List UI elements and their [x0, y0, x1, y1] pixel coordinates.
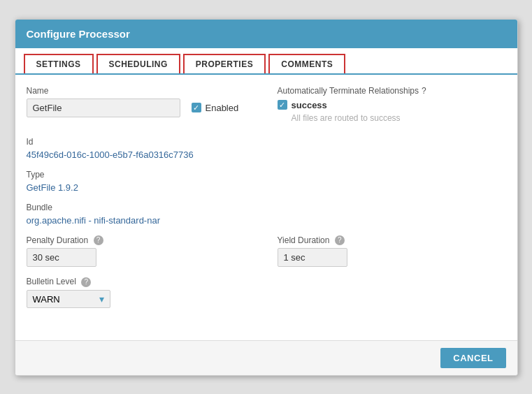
id-label: Id: [27, 137, 506, 147]
bundle-label: Bundle: [27, 203, 506, 212]
bulletin-help-icon[interactable]: ?: [81, 277, 91, 287]
bulletin-section: Bulletin Level ? WARN ▾: [27, 277, 506, 308]
type-label: Type: [27, 170, 506, 180]
dialog-footer: CANCEL: [15, 340, 517, 375]
cancel-button[interactable]: CANCEL: [440, 348, 505, 368]
success-text: success: [292, 100, 327, 110]
bundle-value: org.apache.nifi - nifi-standard-nar: [27, 215, 506, 226]
tab-settings[interactable]: SETTINGS: [24, 54, 94, 73]
name-enabled-row: ✓ Enabled: [27, 98, 255, 117]
settings-content: Name ✓ Enabled Automatically Terminate R…: [15, 75, 517, 340]
id-value: 45f49c6d-016c-1000-e5b7-f6a0316c7736: [27, 149, 506, 160]
configure-processor-dialog: Configure Processor SETTINGS SCHEDULING …: [15, 19, 518, 376]
yield-input[interactable]: [278, 248, 347, 267]
title-text: Configure Processor: [27, 28, 130, 40]
success-checkbox[interactable]: ✓: [278, 100, 287, 110]
auto-terminate-label: Automatically Terminate Relationships ?: [278, 86, 506, 96]
penalty-label: Penalty Duration ?: [27, 235, 255, 246]
id-section: Id 45f49c6d-016c-1000-e5b7-f6a0316c7736: [27, 137, 506, 160]
penalty-group: Penalty Duration ?: [27, 235, 255, 268]
penalty-help-icon[interactable]: ?: [94, 235, 103, 245]
yield-label: Yield Duration ?: [278, 235, 506, 246]
name-label: Name: [27, 86, 255, 96]
yield-help-icon[interactable]: ?: [335, 235, 345, 245]
bulletin-value: WARN: [33, 294, 60, 305]
name-input[interactable]: [27, 98, 180, 117]
success-row: ✓ success: [278, 100, 506, 110]
enabled-label: ✓ Enabled: [192, 103, 239, 113]
routed-text: All files are routed to success: [292, 113, 506, 123]
auto-terminate-panel: Automatically Terminate Relationships ? …: [278, 86, 506, 127]
bulletin-label: Bulletin Level ?: [27, 277, 506, 287]
penalty-input[interactable]: [27, 248, 96, 267]
bundle-section: Bundle org.apache.nifi - nifi-standard-n…: [27, 203, 506, 226]
type-section: Type GetFile 1.9.2: [27, 170, 506, 193]
enabled-text: Enabled: [206, 103, 239, 113]
name-auto-terminate-row: Name ✓ Enabled Automatically Terminate R…: [27, 86, 506, 127]
tab-bar: SETTINGS SCHEDULING PROPERTIES COMMENTS: [15, 48, 517, 75]
dialog-title: Configure Processor: [15, 20, 517, 48]
type-value: GetFile 1.9.2: [27, 182, 506, 193]
auto-terminate-help-icon[interactable]: ?: [422, 86, 426, 96]
bulletin-chevron-icon: ▾: [99, 293, 104, 305]
tab-properties[interactable]: PROPERTIES: [183, 54, 266, 73]
tab-scheduling[interactable]: SCHEDULING: [96, 54, 180, 73]
bulletin-dropdown[interactable]: WARN ▾: [27, 290, 110, 308]
name-group: Name ✓ Enabled: [27, 86, 255, 127]
tab-comments[interactable]: COMMENTS: [268, 54, 345, 73]
enabled-checkbox[interactable]: ✓: [192, 103, 201, 112]
duration-row: Penalty Duration ? Yield Duration ?: [27, 235, 506, 268]
yield-group: Yield Duration ?: [278, 235, 506, 268]
